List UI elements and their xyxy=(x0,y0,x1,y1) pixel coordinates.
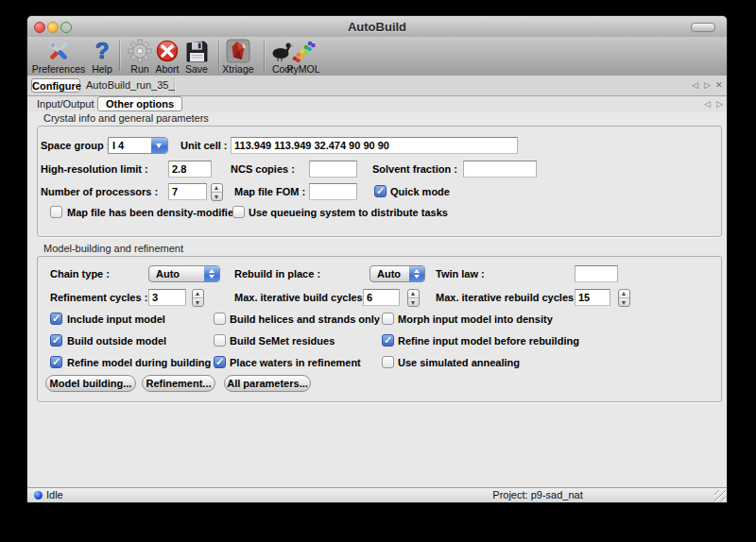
help-button[interactable]: ? Help xyxy=(85,38,119,75)
simulated-annealing-label: Use simulated annealing xyxy=(398,356,520,369)
options-panel: Crystal info and general parameters Spac… xyxy=(27,112,727,490)
toolbar-item-label: Save xyxy=(180,63,214,75)
queueing-checkbox[interactable]: ✓ xyxy=(232,206,245,218)
unit-cell-label: Unit cell : xyxy=(180,139,228,152)
chevron-down-icon xyxy=(156,144,162,148)
tab-other-options[interactable]: Other options xyxy=(97,96,182,111)
preferences-button[interactable]: Preferences xyxy=(27,38,90,75)
xtriage-button[interactable]: Xtriage xyxy=(215,38,262,75)
place-waters-checkbox[interactable]: ✓ xyxy=(214,356,226,368)
combo-arrow-button[interactable] xyxy=(151,138,167,153)
rebuild-cycles-stepper[interactable] xyxy=(618,289,630,307)
title-bar[interactable]: AutoBuild xyxy=(27,16,727,38)
group-title-crystal: Crystal info and general parameters xyxy=(43,112,209,124)
group-title-model: Model-building and refinement xyxy=(43,243,183,254)
page-tab-bar: Input/Output Other options ◁ ▷ xyxy=(27,96,727,113)
build-cycles-stepper[interactable] xyxy=(407,289,420,307)
build-outside-label: Build outside model xyxy=(67,334,166,347)
build-helices-label: Build helices and strands only xyxy=(230,313,380,326)
document-tab-bar: Configure AutoBuild_run_35_ ◁ ▷ ✕ xyxy=(27,76,727,96)
tab-close-icon[interactable]: ✕ xyxy=(715,80,723,90)
space-group-combobox[interactable]: I 4 xyxy=(108,137,168,154)
toolbar-item-label: Preferences xyxy=(27,63,90,75)
chain-type-popup[interactable]: Auto xyxy=(148,265,220,282)
quick-mode-label: Quick mode xyxy=(390,185,450,198)
rebuild-in-place-label: Rebuild in place : xyxy=(234,267,320,280)
build-cycles-input[interactable] xyxy=(363,289,400,306)
morph-model-label: Morph input model into density xyxy=(398,313,553,326)
toolbar-item-label: PyMOL xyxy=(284,63,322,75)
toolbar-item-label: Help xyxy=(85,63,119,75)
chevron-up-icon xyxy=(209,269,215,273)
stepper-down-icon xyxy=(215,195,218,199)
refinement-cycles-input[interactable] xyxy=(148,289,186,306)
toolbar-separator xyxy=(264,41,265,71)
abort-icon xyxy=(155,39,180,63)
space-group-value: I 4 xyxy=(112,140,124,151)
map-fom-input[interactable] xyxy=(309,183,357,200)
ncs-copies-input[interactable] xyxy=(309,161,357,178)
refine-during-building-label: Refine model during building xyxy=(67,356,211,369)
tab-configure[interactable]: Configure xyxy=(31,78,80,93)
num-processors-input[interactable] xyxy=(168,183,207,200)
quick-mode-checkbox[interactable]: ✓ xyxy=(374,185,387,197)
high-resolution-input[interactable] xyxy=(168,161,212,178)
resize-grip[interactable] xyxy=(714,490,726,501)
build-semet-label: Build SeMet residues xyxy=(230,334,335,347)
preferences-icon xyxy=(46,39,71,63)
toolbar-toggle-button[interactable] xyxy=(691,23,715,32)
morph-model-checkbox[interactable]: ✓ xyxy=(382,313,394,325)
all-parameters-button[interactable]: All parameters... xyxy=(224,375,311,392)
map-fom-label: Map file FOM : xyxy=(234,185,305,198)
refinement-button[interactable]: Refinement... xyxy=(142,375,215,392)
include-input-model-label: Include input model xyxy=(67,313,165,326)
popup-arrows-button[interactable] xyxy=(409,266,424,281)
model-building-button[interactable]: Model building... xyxy=(45,375,136,392)
queueing-label: Use queueing system to distribute tasks xyxy=(249,206,448,219)
density-modified-checkbox[interactable]: ✓ xyxy=(50,206,62,218)
unit-cell-input[interactable] xyxy=(231,137,518,154)
refinement-cycles-stepper[interactable] xyxy=(192,289,204,307)
tab-autobuild-run[interactable]: AutoBuild_run_35_ xyxy=(86,79,175,91)
place-waters-label: Place waters in refinement xyxy=(230,356,361,369)
status-text: Idle xyxy=(46,489,63,500)
status-bar: Idle Project: p9-sad_nat xyxy=(27,487,727,502)
svg-text:?: ? xyxy=(95,39,110,63)
build-semet-checkbox[interactable]: ✓ xyxy=(214,334,226,347)
density-modified-label: Map file has been density-modified xyxy=(67,206,240,219)
tab-next-icon[interactable]: ▷ xyxy=(704,80,711,90)
num-processors-label: Number of processors : xyxy=(41,185,158,198)
build-helices-checkbox[interactable]: ✓ xyxy=(214,313,226,325)
ncs-copies-label: NCS copies : xyxy=(231,162,295,176)
chevron-down-icon xyxy=(414,275,420,279)
window-title: AutoBuild xyxy=(27,20,727,34)
tab-separator xyxy=(174,77,175,94)
pymol-button[interactable]: PyMOL xyxy=(284,38,322,75)
num-processors-stepper[interactable] xyxy=(211,183,223,201)
tab-input-output[interactable]: Input/Output xyxy=(37,98,94,110)
tab-prev-icon[interactable]: ◁ xyxy=(692,80,698,90)
refine-during-building-checkbox[interactable]: ✓ xyxy=(50,356,62,368)
checkmark-icon: ✓ xyxy=(376,185,385,197)
solvent-fraction-label: Solvent fraction : xyxy=(372,162,457,176)
include-input-model-checkbox[interactable]: ✓ xyxy=(50,313,62,325)
toolbar-item-label: Xtriage xyxy=(215,63,262,75)
project-label: Project: p9-sad_nat xyxy=(443,489,632,500)
popup-arrows-button[interactable] xyxy=(204,266,219,281)
rebuild-cycles-input[interactable] xyxy=(575,289,610,306)
refine-before-rebuild-checkbox[interactable]: ✓ xyxy=(382,334,394,347)
refine-before-rebuild-label: Refine input model before rebuilding xyxy=(398,334,579,347)
solvent-fraction-input[interactable] xyxy=(463,161,537,178)
rebuild-in-place-popup[interactable]: Auto xyxy=(369,265,425,282)
build-outside-checkbox[interactable]: ✓ xyxy=(50,334,62,347)
page-prev-icon[interactable]: ◁ xyxy=(704,99,711,109)
rebuild-cycles-label: Max. iterative rebuild cycles : xyxy=(436,291,580,304)
stepper-up-icon xyxy=(215,186,218,190)
xtriage-icon xyxy=(226,39,250,63)
build-cycles-label: Max. iterative build cycles : xyxy=(234,291,369,304)
toolbar-separator xyxy=(119,41,120,71)
simulated-annealing-checkbox[interactable]: ✓ xyxy=(382,356,394,368)
save-button[interactable]: Save xyxy=(180,38,214,75)
twin-law-input[interactable] xyxy=(575,265,618,282)
page-next-icon[interactable]: ▷ xyxy=(716,99,723,109)
